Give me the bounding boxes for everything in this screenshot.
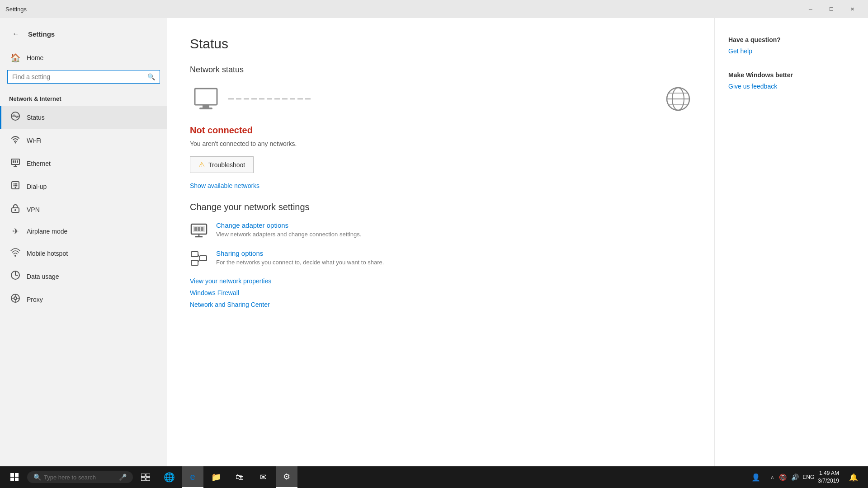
feedback-section: Make Windows better Give us feedback <box>728 71 854 90</box>
svg-point-16 <box>15 187 16 188</box>
svg-point-10 <box>14 183 15 185</box>
troubleshoot-button[interactable]: ⚠ Troubleshoot <box>190 156 254 173</box>
svg-rect-51 <box>141 474 145 477</box>
maximize-button[interactable]: ☐ <box>821 0 842 18</box>
network-status-title: Network status <box>190 65 692 75</box>
sidebar-item-datausage[interactable]: Data usage <box>0 265 167 288</box>
datausage-icon <box>10 270 20 282</box>
taskbar-date: 3/7/2019 <box>818 477 839 485</box>
status-icon <box>10 111 20 123</box>
question-heading: Have a question? <box>728 36 854 43</box>
notification-button[interactable]: 🔔 <box>843 466 864 488</box>
minimize-button[interactable]: ─ <box>800 0 821 18</box>
sidebar-item-status[interactable]: Status <box>0 106 167 129</box>
troubleshoot-label: Troubleshoot <box>208 161 245 169</box>
svg-rect-40 <box>198 227 200 231</box>
sidebar-airplane-label: Airplane mode <box>27 228 67 235</box>
ethernet-icon <box>10 157 20 169</box>
sidebar-item-vpn[interactable]: VPN <box>0 198 167 221</box>
taskbar-search-icon: 🔍 <box>33 474 41 481</box>
sharing-icon <box>190 249 208 267</box>
edge-button[interactable]: e <box>182 466 203 488</box>
svg-point-19 <box>14 255 16 257</box>
sidebar-status-label: Status <box>27 114 45 121</box>
close-button[interactable]: ✕ <box>842 0 863 18</box>
people-button[interactable]: 👤 <box>745 466 767 488</box>
make-better-heading: Make Windows better <box>728 71 854 79</box>
hotspot-icon <box>10 247 20 259</box>
adapter-icon <box>190 221 208 239</box>
microphone-icon: 🎤 <box>119 474 127 481</box>
sidebar-home-label: Home <box>27 54 43 61</box>
adapter-title[interactable]: Change adapter options <box>216 221 361 229</box>
taskbar-search[interactable]: 🔍 🎤 <box>27 471 133 483</box>
ie-button[interactable]: 🌐 <box>158 466 180 488</box>
sidebar-item-airplane[interactable]: ✈ Airplane mode <box>0 221 167 242</box>
sidebar-datausage-label: Data usage <box>27 273 59 280</box>
proxy-icon <box>10 293 20 305</box>
store-button[interactable]: 🛍 <box>229 466 250 488</box>
back-icon: ← <box>12 30 19 38</box>
globe-icon <box>665 85 692 113</box>
volume-icon: 🔊 <box>791 474 799 481</box>
svg-rect-8 <box>17 160 18 163</box>
titlebar-title: Settings <box>5 6 27 13</box>
start-button[interactable] <box>4 466 25 488</box>
network-sharing-link[interactable]: Network and Sharing Center <box>190 301 692 308</box>
feedback-link[interactable]: Give us feedback <box>728 83 777 90</box>
svg-rect-29 <box>199 108 212 109</box>
get-help-link[interactable]: Get help <box>728 47 752 55</box>
change-settings-title: Change your network settings <box>190 202 692 212</box>
svg-point-22 <box>14 297 17 300</box>
sharing-title[interactable]: Sharing options <box>216 249 384 257</box>
view-properties-link[interactable]: View your network properties <box>190 277 692 285</box>
help-section: Have a question? Get help <box>728 36 854 55</box>
wifi-icon <box>10 134 20 146</box>
status-description: You aren't connected to any networks. <box>190 140 692 147</box>
svg-rect-48 <box>15 473 19 477</box>
sidebar-item-ethernet[interactable]: Ethernet <box>0 152 167 175</box>
svg-rect-52 <box>146 474 150 477</box>
taskbar-right: 👤 ∧ 📵 🔊 ENG 1:49 AM 3/7/2019 🔔 <box>745 466 864 488</box>
sidebar-item-home[interactable]: 🏠 Home <box>0 47 167 68</box>
sidebar-dialup-label: Dial-up <box>27 183 47 190</box>
right-panel: Have a question? Get help Make Windows b… <box>714 18 868 466</box>
taskbar-search-input[interactable] <box>44 474 116 481</box>
taskbar-clock[interactable]: 1:49 AM 3/7/2019 <box>818 469 839 485</box>
svg-rect-27 <box>195 89 217 105</box>
sidebar-item-wifi[interactable]: Wi-Fi <box>0 129 167 152</box>
dialup-icon <box>10 180 20 192</box>
dashed-connector <box>222 99 665 99</box>
svg-rect-43 <box>191 260 198 265</box>
svg-rect-7 <box>15 160 16 163</box>
svg-point-2 <box>15 142 16 144</box>
sidebar-section-title: Network & Internet <box>0 91 167 106</box>
back-button[interactable]: ← <box>9 27 23 41</box>
sidebar-item-hotspot[interactable]: Mobile hotspot <box>0 242 167 265</box>
network-diagram <box>190 85 692 113</box>
sidebar-proxy-label: Proxy <box>27 296 43 303</box>
search-box: 🔍 <box>7 70 160 84</box>
svg-point-15 <box>16 185 18 187</box>
svg-rect-47 <box>10 473 14 477</box>
svg-point-11 <box>15 183 16 185</box>
titlebar-left: Settings <box>5 6 27 13</box>
explorer-button[interactable]: 📁 <box>205 466 227 488</box>
show-networks-link[interactable]: Show available networks <box>190 182 692 189</box>
settings-taskbar-button[interactable]: ⚙ <box>276 466 297 488</box>
sidebar-app-title: Settings <box>28 30 55 38</box>
taskbar-time: 1:49 AM <box>818 469 839 477</box>
network-status-icon: 📵 <box>779 474 787 481</box>
airplane-icon: ✈ <box>10 226 20 236</box>
sidebar-item-dialup[interactable]: Dial-up <box>0 175 167 198</box>
home-icon: 🏠 <box>10 53 20 63</box>
sidebar-item-proxy[interactable]: Proxy <box>0 288 167 311</box>
show-hidden-icon: ∧ <box>770 474 774 480</box>
search-input[interactable] <box>12 73 147 80</box>
svg-point-18 <box>14 209 16 211</box>
taskview-button[interactable] <box>135 466 156 488</box>
app-container: ← Settings 🏠 Home 🔍 Network & Internet <box>0 18 868 466</box>
mail-button[interactable]: ✉ <box>252 466 274 488</box>
windows-firewall-link[interactable]: Windows Firewall <box>190 289 692 296</box>
search-icon: 🔍 <box>147 73 155 80</box>
